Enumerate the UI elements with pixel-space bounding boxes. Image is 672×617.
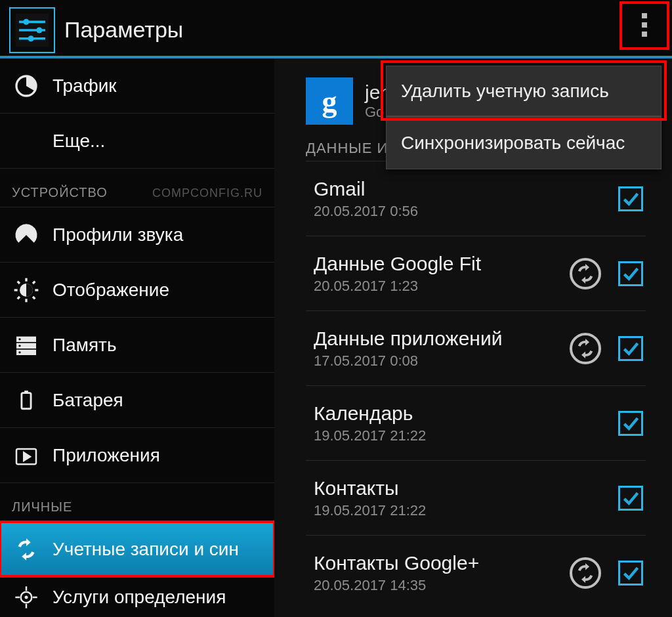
menu-item-sync-now[interactable]: Синхронизировать сейчас <box>387 117 661 169</box>
sync-item-title: Данные приложений <box>314 328 570 350</box>
sync-item[interactable]: Данные приложений 17.05.2017 0:08 <box>306 310 646 385</box>
svg-point-6 <box>28 35 34 41</box>
sync-icon <box>12 535 41 564</box>
sidebar-item-display[interactable]: Отображение <box>0 263 274 318</box>
sync-item-title: Gmail <box>314 178 618 200</box>
sync-checkbox[interactable] <box>618 561 643 585</box>
sound-icon <box>12 221 41 249</box>
sync-item-title: Данные Google Fit <box>314 253 570 275</box>
sync-item[interactable]: Gmail 20.05.2017 0:56 <box>306 161 646 236</box>
svg-line-15 <box>33 281 35 283</box>
brightness-icon <box>12 276 41 305</box>
sync-item[interactable]: Календарь 19.05.2017 21:22 <box>306 385 646 460</box>
sidebar-item-storage[interactable]: Память <box>0 318 274 373</box>
sync-checkbox[interactable] <box>618 411 643 436</box>
sync-checkbox[interactable] <box>618 186 643 211</box>
annotation-highlight <box>381 60 667 121</box>
sidebar-item-traffic[interactable]: Трафик <box>0 58 274 114</box>
sync-checkbox[interactable] <box>618 336 643 361</box>
annotation-highlight <box>620 1 669 50</box>
apps-icon <box>12 441 41 470</box>
sync-item[interactable]: Данные Google Fit 20.05.2017 1:23 <box>306 236 646 310</box>
settings-app-icon <box>9 7 55 53</box>
sidebar-item-label: Еще... <box>52 131 105 152</box>
sidebar-item-label: Память <box>52 335 117 356</box>
sidebar-item-accounts-sync[interactable]: Учетные записи и син <box>0 522 274 577</box>
sync-checkbox[interactable] <box>618 261 643 286</box>
sidebar-item-apps[interactable]: Приложения <box>0 428 274 483</box>
refresh-icon <box>570 557 601 589</box>
refresh-icon <box>570 333 601 364</box>
sidebar-item-sound-profiles[interactable]: Профили звука <box>0 207 274 263</box>
sync-item-title: Контакты Google+ <box>314 552 570 574</box>
sidebar-item-label: Профили звука <box>52 224 183 245</box>
sidebar-item-label: Отображение <box>52 280 169 301</box>
sidebar-item-label: Учетные записи и син <box>52 539 239 560</box>
svg-rect-23 <box>22 393 31 408</box>
svg-point-4 <box>36 27 42 33</box>
section-header-personal: ЛИЧНЫЕ <box>0 483 274 522</box>
sidebar-item-label: Батарея <box>52 390 123 411</box>
sync-item-time: 20.05.2017 0:56 <box>314 203 618 220</box>
screen: Параметры Трафик Еще... УСТРОЙСТВО COMPC… <box>0 0 672 617</box>
section-label: УСТРОЙСТВО <box>12 185 108 200</box>
sidebar-item-label: Трафик <box>52 75 117 96</box>
sidebar-item-location[interactable]: Услуги определения <box>0 577 274 617</box>
sync-list: Gmail 20.05.2017 0:56 Данные Google Fit … <box>306 161 646 610</box>
svg-point-20 <box>18 338 20 340</box>
svg-point-21 <box>18 345 20 347</box>
sync-item-time: 19.05.2017 21:22 <box>314 502 618 519</box>
sync-checkbox[interactable] <box>618 486 643 511</box>
storage-icon <box>12 331 41 360</box>
refresh-icon <box>570 258 601 289</box>
page-title: Параметры <box>64 17 183 43</box>
settings-categories: Трафик Еще... УСТРОЙСТВО COMPCONFIG.RU П… <box>0 58 274 617</box>
sync-item-time: 20.05.2017 14:35 <box>314 577 570 594</box>
location-icon <box>12 583 41 612</box>
svg-rect-24 <box>24 391 28 393</box>
section-header-device: УСТРОЙСТВО COMPCONFIG.RU <box>0 169 274 207</box>
section-label: ЛИЧНЫЕ <box>12 500 72 515</box>
sidebar-item-label: Услуги определения <box>52 587 226 608</box>
sync-item-title: Контакты <box>314 477 618 500</box>
sync-item[interactable]: Контакты Google+ 20.05.2017 14:35 <box>306 535 646 610</box>
google-account-icon: g <box>306 77 353 125</box>
sidebar-item-battery[interactable]: Батарея <box>0 373 274 428</box>
sync-item-time: 17.05.2017 0:08 <box>314 352 570 370</box>
sync-item-time: 19.05.2017 21:22 <box>314 427 618 444</box>
svg-point-22 <box>18 351 20 353</box>
svg-marker-26 <box>23 451 32 462</box>
svg-point-2 <box>23 18 29 24</box>
action-bar: Параметры <box>0 0 672 56</box>
data-usage-icon <box>12 72 41 100</box>
sync-item-title: Календарь <box>314 402 618 425</box>
sidebar-item-more[interactable]: Еще... <box>0 114 274 169</box>
svg-line-16 <box>18 297 20 299</box>
battery-icon <box>12 386 41 415</box>
svg-line-14 <box>33 297 35 299</box>
svg-point-28 <box>25 595 28 599</box>
watermark-text: COMPCONFIG.RU <box>152 186 262 200</box>
sync-item-time: 20.05.2017 1:23 <box>314 278 570 295</box>
svg-line-13 <box>18 281 20 283</box>
sidebar-item-label: Приложения <box>52 445 160 466</box>
menu-item-label: Синхронизировать сейчас <box>401 133 625 154</box>
sync-item[interactable]: Контакты 19.05.2017 21:22 <box>306 460 646 535</box>
